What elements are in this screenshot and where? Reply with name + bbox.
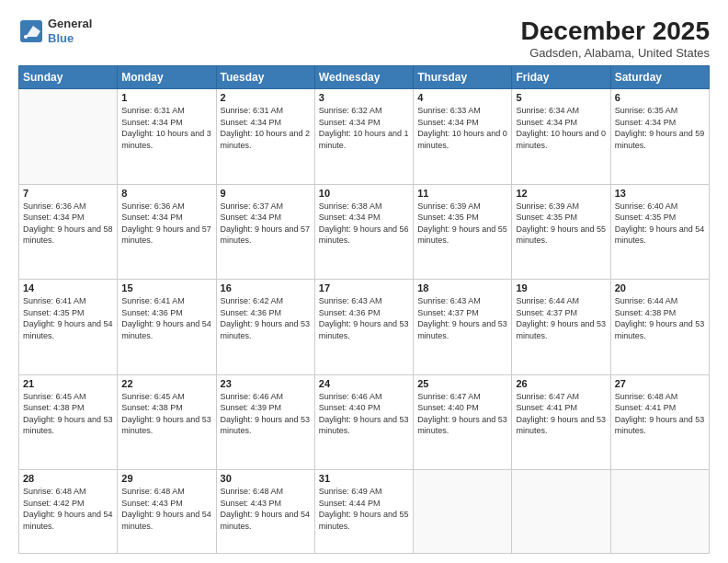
calendar-week-row: 14Sunrise: 6:41 AMSunset: 4:35 PMDayligh… — [19, 280, 710, 375]
day-info: Sunrise: 6:34 AMSunset: 4:34 PMDaylight:… — [516, 105, 606, 151]
calendar-day-cell: 14Sunrise: 6:41 AMSunset: 4:35 PMDayligh… — [19, 280, 118, 375]
day-info: Sunrise: 6:33 AMSunset: 4:34 PMDaylight:… — [417, 105, 507, 151]
calendar-week-row: 7Sunrise: 6:36 AMSunset: 4:34 PMDaylight… — [19, 184, 710, 280]
day-info: Sunrise: 6:32 AMSunset: 4:34 PMDaylight:… — [319, 105, 409, 151]
calendar-day-cell — [19, 89, 118, 185]
calendar-day-cell — [610, 470, 709, 554]
calendar-day-cell: 16Sunrise: 6:42 AMSunset: 4:36 PMDayligh… — [216, 280, 314, 375]
calendar-day-cell: 1Sunrise: 6:31 AMSunset: 4:34 PMDaylight… — [118, 89, 216, 185]
calendar-day-cell: 18Sunrise: 6:43 AMSunset: 4:37 PMDayligh… — [414, 280, 512, 375]
day-info: Sunrise: 6:38 AMSunset: 4:34 PMDaylight:… — [319, 201, 409, 247]
day-info: Sunrise: 6:42 AMSunset: 4:36 PMDaylight:… — [221, 295, 311, 341]
calendar-day-cell: 20Sunrise: 6:44 AMSunset: 4:38 PMDayligh… — [610, 280, 709, 375]
day-number: 27 — [615, 378, 705, 389]
calendar-day-cell: 11Sunrise: 6:39 AMSunset: 4:35 PMDayligh… — [414, 184, 512, 280]
day-info: Sunrise: 6:41 AMSunset: 4:36 PMDaylight:… — [121, 295, 211, 341]
day-info: Sunrise: 6:31 AMSunset: 4:34 PMDaylight:… — [221, 105, 311, 151]
day-info: Sunrise: 6:31 AMSunset: 4:34 PMDaylight:… — [121, 105, 211, 151]
svg-point-2 — [24, 35, 28, 39]
logo-text: General Blue — [48, 17, 92, 45]
day-number: 10 — [319, 188, 409, 199]
calendar-header-tuesday: Tuesday — [216, 66, 314, 89]
day-info: Sunrise: 6:39 AMSunset: 4:35 PMDaylight:… — [516, 201, 606, 247]
day-number: 9 — [221, 188, 311, 199]
day-info: Sunrise: 6:46 AMSunset: 4:39 PMDaylight:… — [221, 391, 311, 437]
day-info: Sunrise: 6:36 AMSunset: 4:34 PMDaylight:… — [23, 201, 113, 247]
day-number: 29 — [121, 473, 211, 484]
calendar-day-cell: 13Sunrise: 6:40 AMSunset: 4:35 PMDayligh… — [610, 184, 709, 280]
calendar-header-row: SundayMondayTuesdayWednesdayThursdayFrid… — [19, 66, 710, 89]
day-info: Sunrise: 6:39 AMSunset: 4:35 PMDaylight:… — [417, 201, 507, 247]
day-number: 11 — [417, 188, 507, 199]
calendar-header-thursday: Thursday — [414, 66, 512, 89]
logo: General Blue — [18, 17, 92, 45]
day-number: 17 — [319, 282, 409, 293]
day-number: 21 — [23, 378, 113, 389]
title-block: December 2025 Gadsden, Alabama, United S… — [521, 17, 710, 60]
logo-icon — [18, 18, 44, 44]
calendar-day-cell: 24Sunrise: 6:46 AMSunset: 4:40 PMDayligh… — [314, 374, 413, 470]
calendar-header-sunday: Sunday — [19, 66, 118, 89]
calendar-day-cell: 2Sunrise: 6:31 AMSunset: 4:34 PMDaylight… — [216, 89, 314, 185]
calendar-day-cell: 27Sunrise: 6:48 AMSunset: 4:41 PMDayligh… — [610, 374, 709, 470]
day-info: Sunrise: 6:45 AMSunset: 4:38 PMDaylight:… — [23, 391, 113, 437]
day-info: Sunrise: 6:41 AMSunset: 4:35 PMDaylight:… — [23, 295, 113, 341]
day-info: Sunrise: 6:48 AMSunset: 4:43 PMDaylight:… — [121, 486, 211, 532]
day-info: Sunrise: 6:43 AMSunset: 4:37 PMDaylight:… — [417, 295, 507, 341]
calendar-day-cell: 28Sunrise: 6:48 AMSunset: 4:42 PMDayligh… — [19, 470, 118, 554]
day-info: Sunrise: 6:46 AMSunset: 4:40 PMDaylight:… — [319, 391, 409, 437]
day-info: Sunrise: 6:47 AMSunset: 4:40 PMDaylight:… — [417, 391, 507, 437]
calendar-day-cell: 12Sunrise: 6:39 AMSunset: 4:35 PMDayligh… — [512, 184, 610, 280]
day-info: Sunrise: 6:37 AMSunset: 4:34 PMDaylight:… — [221, 201, 311, 247]
day-info: Sunrise: 6:35 AMSunset: 4:34 PMDaylight:… — [615, 105, 705, 151]
calendar-day-cell: 9Sunrise: 6:37 AMSunset: 4:34 PMDaylight… — [216, 184, 314, 280]
calendar-header-monday: Monday — [118, 66, 216, 89]
calendar-day-cell — [512, 470, 610, 554]
day-number: 3 — [319, 92, 409, 103]
calendar-header-saturday: Saturday — [610, 66, 709, 89]
day-number: 19 — [516, 282, 606, 293]
calendar-table: SundayMondayTuesdayWednesdayThursdayFrid… — [18, 65, 710, 554]
day-number: 20 — [615, 282, 705, 293]
calendar-day-cell — [414, 470, 512, 554]
calendar-day-cell: 26Sunrise: 6:47 AMSunset: 4:41 PMDayligh… — [512, 374, 610, 470]
location: Gadsden, Alabama, United States — [521, 46, 710, 60]
day-number: 5 — [516, 92, 606, 103]
day-info: Sunrise: 6:44 AMSunset: 4:37 PMDaylight:… — [516, 295, 606, 341]
calendar-day-cell: 7Sunrise: 6:36 AMSunset: 4:34 PMDaylight… — [19, 184, 118, 280]
day-info: Sunrise: 6:48 AMSunset: 4:43 PMDaylight:… — [221, 486, 311, 532]
day-number: 2 — [221, 92, 311, 103]
calendar-day-cell: 4Sunrise: 6:33 AMSunset: 4:34 PMDaylight… — [414, 89, 512, 185]
day-number: 14 — [23, 282, 113, 293]
day-number: 23 — [221, 378, 311, 389]
calendar-day-cell: 5Sunrise: 6:34 AMSunset: 4:34 PMDaylight… — [512, 89, 610, 185]
day-number: 31 — [319, 473, 409, 484]
logo-line1: General — [48, 17, 92, 31]
calendar-week-row: 1Sunrise: 6:31 AMSunset: 4:34 PMDaylight… — [19, 89, 710, 185]
day-number: 1 — [121, 92, 211, 103]
day-info: Sunrise: 6:48 AMSunset: 4:42 PMDaylight:… — [23, 486, 113, 532]
day-info: Sunrise: 6:43 AMSunset: 4:36 PMDaylight:… — [319, 295, 409, 341]
calendar-week-row: 28Sunrise: 6:48 AMSunset: 4:42 PMDayligh… — [19, 470, 710, 554]
day-number: 16 — [221, 282, 311, 293]
calendar-day-cell: 29Sunrise: 6:48 AMSunset: 4:43 PMDayligh… — [118, 470, 216, 554]
day-info: Sunrise: 6:45 AMSunset: 4:38 PMDaylight:… — [121, 391, 211, 437]
day-number: 13 — [615, 188, 705, 199]
calendar-header-wednesday: Wednesday — [314, 66, 413, 89]
logo-line2: Blue — [48, 31, 92, 46]
day-number: 25 — [417, 378, 507, 389]
calendar-day-cell: 25Sunrise: 6:47 AMSunset: 4:40 PMDayligh… — [414, 374, 512, 470]
day-number: 22 — [121, 378, 211, 389]
calendar-day-cell: 17Sunrise: 6:43 AMSunset: 4:36 PMDayligh… — [314, 280, 413, 375]
day-number: 15 — [121, 282, 211, 293]
calendar-day-cell: 31Sunrise: 6:49 AMSunset: 4:44 PMDayligh… — [314, 470, 413, 554]
month-title: December 2025 — [521, 17, 710, 46]
day-number: 24 — [319, 378, 409, 389]
day-number: 6 — [615, 92, 705, 103]
day-number: 4 — [417, 92, 507, 103]
calendar-day-cell: 23Sunrise: 6:46 AMSunset: 4:39 PMDayligh… — [216, 374, 314, 470]
calendar-header-friday: Friday — [512, 66, 610, 89]
day-number: 26 — [516, 378, 606, 389]
day-number: 8 — [121, 188, 211, 199]
calendar-day-cell: 22Sunrise: 6:45 AMSunset: 4:38 PMDayligh… — [118, 374, 216, 470]
